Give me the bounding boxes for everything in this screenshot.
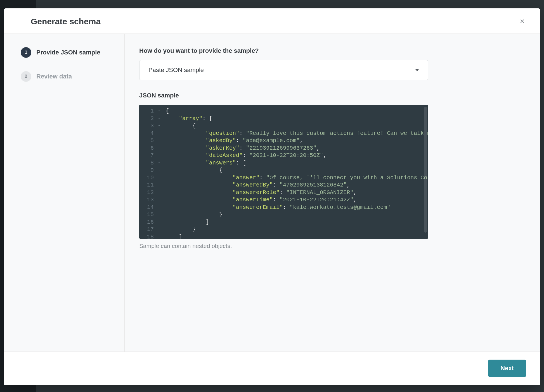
wizard-step-review-data[interactable]: 2 Review data (21, 71, 115, 82)
modal-footer: Next (4, 352, 540, 385)
editor-code-area[interactable]: { "array": [ { "question": "Really love … (162, 105, 428, 239)
chevron-down-icon (415, 69, 419, 71)
wizard-step-provide-json[interactable]: 1 Provide JSON sample (21, 47, 115, 58)
wizard-steps-sidebar: 1 Provide JSON sample 2 Review data (4, 34, 125, 352)
step-label: Review data (36, 73, 72, 80)
generate-schema-modal: Generate schema ✕ 1 Provide JSON sample … (4, 8, 540, 385)
editor-scrollbar[interactable] (424, 107, 427, 233)
step-label: Provide JSON sample (36, 49, 100, 56)
json-sample-hint: Sample can contain nested objects. (139, 243, 428, 249)
sample-method-label: How do you want to provide the sample? (139, 47, 428, 54)
select-value: Paste JSON sample (148, 66, 204, 74)
json-sample-editor[interactable]: 123456789101112131415161718 ▾▾▾▾▾ { "arr… (139, 105, 428, 239)
modal-header: Generate schema ✕ (4, 8, 540, 34)
step-number: 2 (21, 71, 31, 82)
next-button[interactable]: Next (488, 360, 526, 377)
modal-body: 1 Provide JSON sample 2 Review data How … (4, 34, 540, 352)
json-sample-label: JSON sample (139, 92, 428, 99)
editor-line-gutter: 123456789101112131415161718 (139, 105, 156, 239)
modal-title: Generate schema (31, 17, 101, 26)
close-icon: ✕ (520, 18, 525, 25)
editor-fold-column: ▾▾▾▾▾ (156, 105, 162, 239)
sample-method-select-wrap: Paste JSON sample (139, 60, 428, 80)
sample-method-select[interactable]: Paste JSON sample (139, 60, 428, 80)
modal-main-panel: How do you want to provide the sample? P… (125, 34, 540, 352)
step-number: 1 (21, 47, 31, 58)
close-button[interactable]: ✕ (518, 17, 527, 26)
